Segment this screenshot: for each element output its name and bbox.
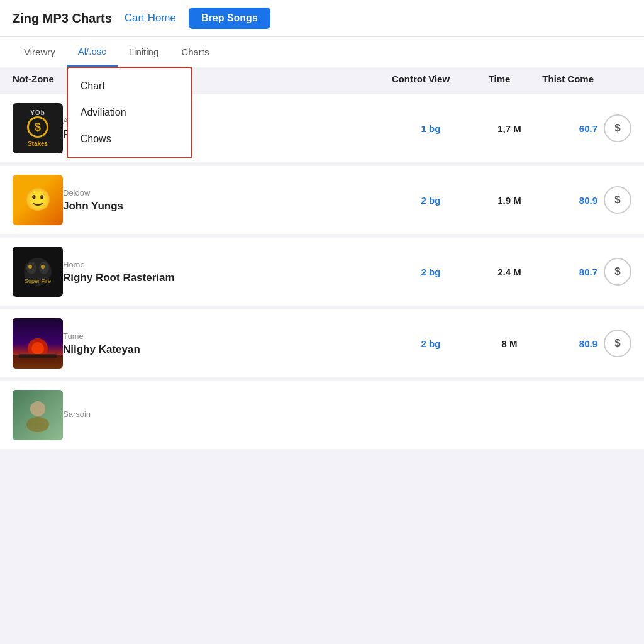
song-category: Tume [63,331,384,341]
song-action-button[interactable]: $ [604,258,631,286]
song-time: 8 M [478,338,541,349]
tab-charts[interactable]: Charts [170,38,220,66]
song-category: Deldow [63,188,384,197]
art-svg: Super Fire [14,248,62,296]
song-action-button[interactable]: $ [604,330,631,357]
svg-point-14 [26,417,49,432]
song-title: Righy Root Rasteriam [63,272,384,284]
song-artwork: 🙂 [13,175,63,225]
song-info: Home Righy Root Rasteriam [63,260,384,284]
table-row: Super Fire Home Righy Root Rasteriam 2 b… [0,238,644,306]
col-header-time: Time [468,74,531,84]
song-thist: 80.9 [541,195,604,206]
col-header-control: Controt View [374,74,468,84]
song-info: Tume Niighy Kateyan [63,331,384,356]
song-thist: 80.9 [541,338,604,349]
song-artwork [13,390,63,440]
song-artwork: Super Fire [13,247,63,297]
art-icon: $ [27,116,48,138]
song-control-view: 2 bg [384,195,478,206]
svg-point-9 [31,342,44,355]
table-row: Tume Niighy Kateyan 2 bg 8 M 80.9 $ [0,309,644,377]
svg-text:Super Fire: Super Fire [25,278,51,284]
song-action-button[interactable]: $ [604,114,631,142]
art-svg [13,390,63,440]
tab-bar: Virewry Al/.osc Chart Adviliation Chows … [0,37,644,67]
table-row: 🙂 Deldow John Yungs 2 bg 1.9 M 80.9 $ [0,166,644,234]
song-title: John Yungs [63,200,384,213]
dropdown-menu: Chart Adviliation Chows [67,67,192,158]
col-header-thist: Thist Come [531,74,594,84]
brep-songs-button[interactable]: Brep Songs [189,8,270,29]
song-action-button[interactable]: $ [604,186,631,214]
song-thist: 80.7 [541,267,604,277]
header: Zing MP3 Charts Cart Home Brep Songs [0,0,644,37]
svg-rect-11 [13,355,63,369]
app-title: Zing MP3 Charts [13,11,112,26]
dropdown-item-chart[interactable]: Chart [68,73,191,99]
song-title: Niighy Kateyan [63,343,384,356]
dropdown-item-adviliation[interactable]: Adviliation [68,99,191,126]
tab-alosc[interactable]: Al/.osc [67,37,118,67]
song-control-view: 2 bg [384,338,478,349]
song-control-view: 2 bg [384,267,478,277]
song-time: 1.9 M [478,195,541,206]
art-label-top: YOb [30,109,45,116]
cart-home-link[interactable]: Cart Home [125,12,176,25]
song-time: 2.4 M [478,267,541,277]
song-artwork [13,318,63,369]
song-info: Sarsoin [63,409,374,421]
song-control-view: 1 bg [384,123,478,134]
song-time: 1,7 M [478,123,541,134]
song-category: Sarsoin [63,409,374,419]
dropdown-item-chows[interactable]: Chows [68,126,191,152]
art-label-bottom: Stakes [28,140,48,147]
song-category: Home [63,260,384,269]
table-row: Sarsoin [0,381,644,449]
dropdown-container: Al/.osc Chart Adviliation Chows [67,37,118,67]
svg-point-4 [28,265,32,269]
song-artwork: YOb $ Stakes [13,103,63,153]
art-svg [13,318,63,369]
svg-point-13 [30,401,45,416]
art-emoji: 🙂 [24,187,52,213]
tab-virewry[interactable]: Virewry [13,38,67,66]
song-info: Deldow John Yungs [63,188,384,213]
tab-liniting[interactable]: Liniting [118,38,170,66]
song-thist: 60.7 [541,123,604,134]
svg-point-5 [41,265,45,269]
